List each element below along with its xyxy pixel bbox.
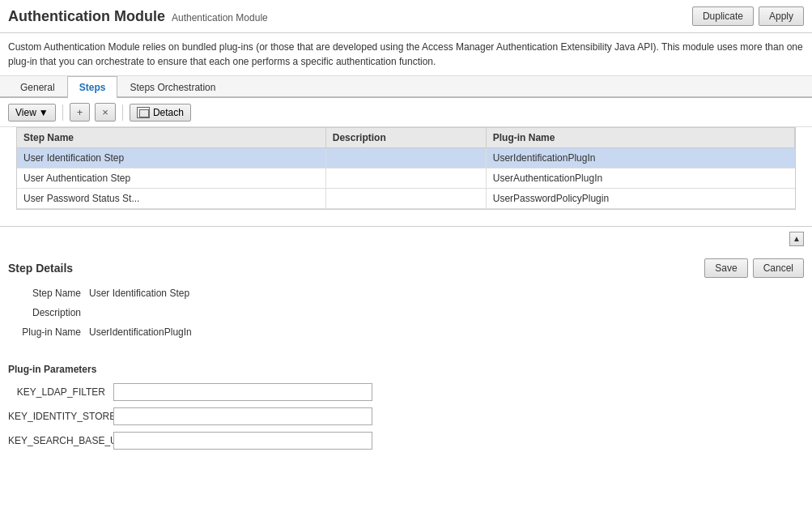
col-step-name: Step Name: [17, 128, 325, 148]
col-plugin-name: Plug-in Name: [486, 128, 794, 148]
step-details-buttons: Save Cancel: [704, 258, 804, 278]
apply-button[interactable]: Apply: [759, 6, 804, 26]
steps-table: Step Name Description Plug-in Name User …: [17, 128, 795, 209]
plugin-name-label: Plug-in Name: [16, 326, 89, 338]
steps-table-container: Step Name Description Plug-in Name User …: [16, 127, 796, 210]
add-icon: +: [77, 106, 83, 118]
description-label: Description: [16, 307, 89, 318]
plugin-name-value: UserIdentificationPlugIn: [89, 326, 192, 338]
step-details-title: Step Details: [8, 262, 73, 275]
save-button[interactable]: Save: [704, 258, 747, 278]
tab-steps-orchestration[interactable]: Steps Orchestration: [117, 76, 227, 98]
header-bar: Authentication Module Authentication Mod…: [0, 0, 812, 33]
table-header-row: Step Name Description Plug-in Name: [17, 128, 795, 148]
col-description: Description: [325, 128, 486, 148]
delete-icon: ×: [102, 106, 108, 118]
toolbar-separator-2: [122, 104, 123, 121]
cell-step-name: User Authentication Step: [17, 168, 325, 189]
detach-button[interactable]: Detach: [130, 104, 191, 122]
plugin-params-title: Plug-in Parameters: [8, 364, 804, 375]
param-input[interactable]: [113, 432, 372, 450]
table-row[interactable]: User Identification Step UserIdentificat…: [17, 148, 795, 168]
param-label: KEY_SEARCH_BASE_URL: [8, 435, 113, 446]
param-row: KEY_IDENTITY_STORE_REF: [0, 407, 812, 425]
add-button[interactable]: +: [70, 103, 91, 122]
cell-description: [325, 148, 486, 168]
tab-general[interactable]: General: [8, 76, 67, 98]
cell-step-name: User Identification Step: [17, 148, 325, 168]
param-label: KEY_IDENTITY_STORE_REF: [8, 411, 113, 422]
step-details-header: Step Details Save Cancel: [8, 258, 804, 278]
toolbar: View ▼ + × Detach: [0, 98, 812, 127]
header-buttons: Duplicate Apply: [692, 6, 804, 26]
step-name-row: Step Name User Identification Step: [8, 288, 804, 299]
page-subtitle: Authentication Module: [172, 12, 268, 23]
param-input[interactable]: [113, 407, 372, 425]
param-row: KEY_SEARCH_BASE_URL: [0, 432, 812, 450]
toolbar-separator: [62, 104, 63, 121]
plugin-name-row: Plug-in Name UserIdentificationPlugIn: [8, 326, 804, 338]
param-label: KEY_LDAP_FILTER: [8, 386, 113, 398]
info-bar: Custom Authentication Module relies on b…: [0, 33, 812, 76]
step-name-value: User Identification Step: [89, 288, 189, 299]
view-dropdown-icon: ▼: [39, 107, 49, 118]
param-row: KEY_LDAP_FILTER: [0, 383, 812, 401]
cancel-button[interactable]: Cancel: [753, 258, 804, 278]
info-text: Custom Authentication Module relies on b…: [8, 41, 803, 67]
page-title: Authentication Module: [8, 8, 165, 25]
cell-description: [325, 189, 486, 209]
table-row[interactable]: User Password Status St... UserPasswordP…: [17, 189, 795, 209]
table-row[interactable]: User Authentication Step UserAuthenticat…: [17, 168, 795, 189]
view-button[interactable]: View ▼: [8, 104, 56, 122]
detach-label: Detach: [153, 107, 184, 118]
collapse-button[interactable]: ▲: [789, 232, 804, 246]
divider-area: ▲: [0, 226, 812, 250]
cell-step-name: User Password Status St...: [17, 189, 325, 209]
cell-plugin-name: UserAuthenticationPlugIn: [486, 168, 794, 189]
tab-steps[interactable]: Steps: [67, 76, 118, 98]
view-label: View: [15, 107, 36, 118]
plugin-params-container: KEY_LDAP_FILTER KEY_IDENTITY_STORE_REF K…: [0, 383, 812, 450]
delete-button[interactable]: ×: [95, 103, 116, 122]
step-details-section: Step Details Save Cancel Step Name User …: [0, 250, 812, 354]
tabs-bar: GeneralStepsSteps Orchestration: [0, 76, 812, 98]
cell-plugin-name: UserIdentificationPlugIn: [486, 148, 794, 168]
step-name-label: Step Name: [16, 288, 89, 299]
detach-icon: [137, 107, 150, 118]
param-input[interactable]: [113, 383, 372, 401]
description-row: Description: [8, 307, 804, 318]
cell-description: [325, 168, 486, 189]
header-left: Authentication Module Authentication Mod…: [8, 8, 268, 25]
duplicate-button[interactable]: Duplicate: [692, 6, 754, 26]
cell-plugin-name: UserPasswordPolicyPlugin: [486, 189, 794, 209]
